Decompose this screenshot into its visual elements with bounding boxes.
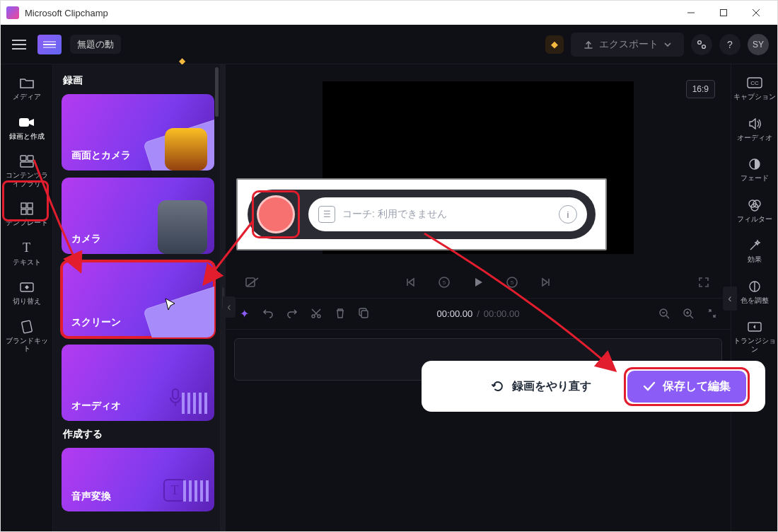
caption-icon: CC (746, 76, 763, 90)
fullscreen-icon[interactable] (697, 275, 711, 289)
tile-camera[interactable]: カメラ (62, 178, 214, 254)
forward-icon[interactable]: 5 (505, 275, 519, 289)
transition-icon (18, 280, 35, 294)
svg-rect-10 (19, 118, 29, 127)
rail-item-brand-kit[interactable]: ブランドキット (1, 314, 52, 360)
help-icon[interactable]: ? (719, 34, 741, 55)
grid-icon (18, 202, 35, 216)
zoom-in-icon[interactable] (681, 306, 695, 320)
tile-screen-and-camera[interactable]: 画面とカメラ (62, 94, 214, 170)
undo-button[interactable] (261, 306, 275, 320)
fade-icon (746, 157, 763, 171)
scrollbar[interactable] (215, 67, 219, 117)
rail-item-templates[interactable]: テンプレート (1, 196, 52, 234)
rail-item-content-library[interactable]: コンテンツライブラリ (1, 149, 52, 195)
rrail-item-effects[interactable]: 効果 (731, 233, 777, 271)
rrail-item-adjust-color[interactable]: 色を調整 (731, 274, 777, 312)
project-icon (37, 35, 62, 54)
app-icon (6, 6, 19, 19)
fit-icon[interactable] (705, 306, 719, 320)
settings-icon[interactable] (691, 34, 712, 55)
copy-icon[interactable] (357, 306, 371, 320)
svg-rect-29 (361, 311, 368, 318)
upload-icon (584, 40, 593, 50)
rail-item-transition[interactable]: 切り替え (1, 274, 52, 313)
svg-line-31 (666, 316, 669, 318)
expand-right-panel-button[interactable]: ‹ (723, 287, 737, 311)
skip-start-icon[interactable] (403, 275, 417, 289)
rrail-item-filter[interactable]: フィルター (731, 192, 777, 231)
window-titlebar: Microsoft Clipchamp (1, 1, 777, 25)
svg-rect-17 (28, 209, 33, 214)
svg-point-8 (698, 40, 702, 44)
left-nav-rail: メディア 録画と作成 コンテンツライブラリ テンプレート T テキスト (1, 64, 53, 531)
annotation-highlight: 保存して編集 (624, 367, 750, 406)
svg-rect-15 (28, 203, 33, 208)
brand-icon (18, 320, 35, 334)
play-button[interactable] (471, 275, 485, 289)
window-maximize-button[interactable] (708, 2, 739, 23)
svg-rect-14 (21, 203, 26, 208)
svg-point-28 (318, 315, 320, 318)
section-title-record: 録画 (63, 74, 220, 87)
text-icon: T (18, 241, 35, 255)
svg-text:CC: CC (750, 80, 759, 86)
retry-recording-button[interactable]: 録画をやり直す (478, 371, 604, 403)
save-and-edit-button[interactable]: 保存して編集 (627, 371, 746, 403)
rrail-item-fade[interactable]: フェード (731, 151, 777, 190)
video-camera-icon (18, 115, 35, 129)
svg-text:5: 5 (511, 279, 514, 286)
timecode: 00:00.00 / 00:00.00 (437, 308, 520, 319)
export-label: エクスポート (599, 38, 658, 51)
user-avatar[interactable]: SY (748, 34, 769, 55)
project-title-input[interactable] (70, 35, 121, 54)
wand-icon (746, 238, 763, 253)
rrail-item-audio[interactable]: オーディオ (731, 111, 777, 149)
recording-actions-bar: 録画をやり直す 保存して編集 (422, 361, 765, 412)
camera-off-icon[interactable] (245, 275, 260, 289)
svg-rect-11 (21, 156, 26, 161)
svg-line-22 (247, 278, 258, 287)
contrast-icon (746, 279, 763, 294)
redo-button[interactable] (285, 306, 299, 320)
window-close-button[interactable] (741, 2, 772, 23)
tile-screen[interactable]: スクリーン (62, 261, 214, 337)
info-icon[interactable]: i (559, 205, 577, 224)
zoom-out-icon[interactable] (657, 306, 671, 320)
window-minimize-button[interactable] (675, 2, 707, 23)
svg-point-9 (702, 45, 706, 48)
trash-icon[interactable] (333, 306, 347, 320)
svg-text:5: 5 (443, 279, 446, 286)
rewind-icon[interactable]: 5 (437, 275, 451, 289)
svg-line-34 (690, 316, 693, 318)
cut-icon[interactable] (309, 306, 323, 320)
aspect-ratio-button[interactable]: 16:9 (686, 80, 715, 98)
export-button[interactable]: エクスポート (571, 33, 684, 57)
rail-item-text[interactable]: T テキスト (1, 236, 52, 274)
transition-icon (746, 320, 763, 334)
svg-rect-20 (173, 389, 178, 399)
tile-audio[interactable]: オーディオ (62, 345, 214, 421)
menu-button[interactable] (9, 35, 29, 54)
rail-item-media[interactable]: メディア (1, 70, 52, 108)
svg-rect-1 (721, 10, 727, 16)
skip-end-icon[interactable] (539, 275, 553, 289)
filter-icon (746, 198, 763, 212)
rail-item-record-create[interactable]: 録画と作成 (1, 110, 52, 148)
rrail-item-caption[interactable]: CCキャプション (731, 70, 777, 108)
rrail-item-transition[interactable]: トランジション (731, 314, 777, 360)
cursor-icon (163, 297, 179, 316)
timeline-area[interactable] (226, 329, 731, 532)
record-button[interactable] (257, 195, 295, 233)
svg-rect-19 (21, 320, 32, 332)
sparkle-icon[interactable]: ✦ (237, 306, 251, 320)
side-panel: 録画 画面とカメラ カメラ スクリーン (53, 64, 220, 531)
speaker-icon (746, 117, 763, 131)
timeline-toolbar: ✦ 00:00.00 / 00:00.00 (226, 298, 731, 329)
right-property-rail: ‹ CCキャプション オーディオ フェード フィルター 効果 色を調整 トランジ… (731, 64, 777, 531)
section-title-create: 作成する (63, 428, 220, 441)
upgrade-diamond-icon[interactable]: ◆ (545, 35, 564, 54)
refresh-icon (491, 379, 505, 393)
tile-voice-convert[interactable]: T 音声変換 (62, 448, 214, 511)
coach-status: ☰ コーチ: 利用できません i (308, 197, 587, 231)
